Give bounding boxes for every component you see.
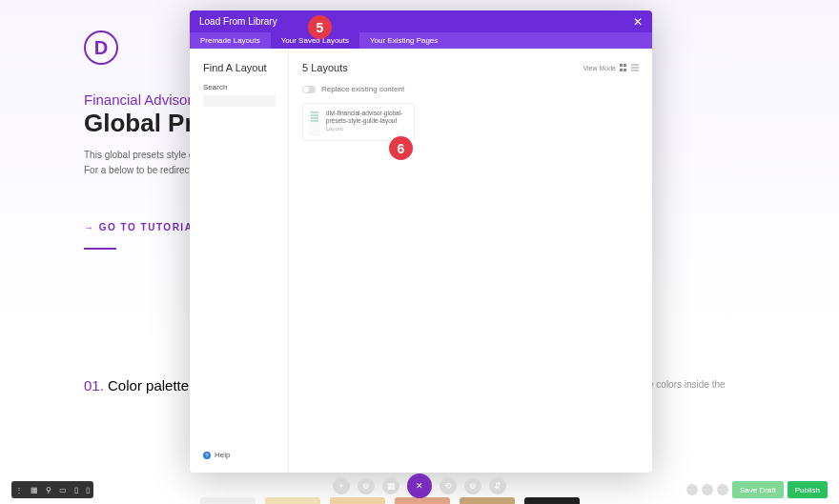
swatch-5	[460, 497, 515, 504]
section-number: 01.	[84, 377, 104, 393]
layout-thumbnail	[309, 110, 320, 136]
modal-header: Load From Library ✕	[190, 10, 652, 32]
help-label: Help	[215, 451, 230, 459]
tab-existing-pages[interactable]: Your Existing Pages	[359, 32, 448, 49]
right-toolbar: Save Draft Publish	[686, 481, 828, 498]
section-title: Color palette	[108, 377, 189, 393]
modal-tabs: Premade Layouts Your Saved Layouts Your …	[190, 32, 652, 49]
mini-action-2[interactable]	[702, 484, 713, 495]
save-draft-button[interactable]: Save Draft	[732, 481, 784, 498]
go-to-tutorial-link[interactable]: → GO TO TUTORIAL	[84, 222, 200, 232]
link-underline	[84, 248, 116, 250]
settings-button[interactable]: ⊚	[358, 477, 375, 494]
swatch-4	[395, 497, 450, 504]
search-input[interactable]	[203, 95, 276, 107]
mini-action-1[interactable]	[686, 484, 698, 495]
callout-5: 5	[308, 15, 332, 39]
swatch-2	[265, 497, 320, 504]
modal-sidebar: Find A Layout Search ? Help	[190, 49, 289, 473]
layouts-count-title: 5 Layouts	[302, 62, 348, 73]
save-library-button[interactable]: ▦	[382, 477, 399, 494]
layout-type: Layout	[326, 126, 408, 133]
list-view-icon[interactable]	[631, 64, 639, 71]
layout-info: divi-financial-advisor-global-presets-st…	[326, 110, 408, 134]
divi-logo: D	[84, 30, 118, 65]
publish-button[interactable]: Publish	[788, 481, 828, 498]
find-layout-heading: Find A Layout	[203, 62, 275, 73]
text-fragment: e colors inside the	[648, 379, 726, 390]
help-link[interactable]: ? Help	[203, 451, 275, 459]
close-icon[interactable]: ✕	[633, 15, 643, 29]
add-button[interactable]: +	[333, 477, 350, 494]
portability-button[interactable]: ⊚	[464, 477, 481, 494]
swatch-3	[330, 497, 385, 504]
history-button[interactable]: ⟲	[440, 477, 457, 494]
grid-view-icon[interactable]	[620, 64, 627, 71]
load-library-modal: Load From Library ✕ Premade Layouts Your…	[190, 10, 652, 473]
replace-content-row: Replace existing content	[302, 85, 639, 93]
help-icon: ?	[203, 452, 211, 459]
close-builder-button[interactable]: ✕	[407, 474, 432, 498]
layout-name: divi-financial-advisor-global-presets-st…	[326, 110, 408, 126]
view-mode-label: View Mode	[583, 65, 616, 71]
layout-card[interactable]: divi-financial-advisor-global-presets-st…	[302, 103, 415, 141]
replace-toggle[interactable]	[302, 86, 316, 93]
search-label: Search	[203, 83, 275, 91]
color-swatches	[200, 497, 580, 504]
expand-button[interactable]: ⇵	[489, 477, 506, 494]
view-mode-controls: View Mode	[583, 64, 639, 71]
modal-content: 5 Layouts View Mode Replace existing con…	[289, 49, 652, 473]
modal-body: Find A Layout Search ? Help 5 Layouts Vi…	[190, 49, 652, 473]
callout-6: 6	[389, 136, 413, 160]
replace-label: Replace existing content	[321, 85, 404, 93]
mini-action-3[interactable]	[717, 484, 728, 495]
swatch-6	[524, 497, 580, 504]
tab-premade-layouts[interactable]: Premade Layouts	[190, 32, 271, 49]
swatch-1	[200, 497, 256, 504]
layouts-header: 5 Layouts View Mode	[302, 62, 639, 73]
modal-title: Load From Library	[199, 16, 277, 27]
color-palette-heading: 01. Color palette	[84, 377, 189, 393]
